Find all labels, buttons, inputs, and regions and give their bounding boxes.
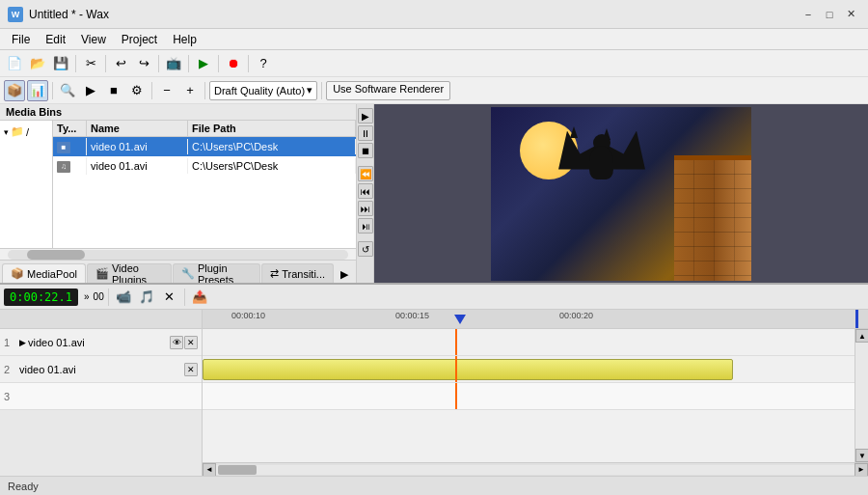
menu-help[interactable]: Help — [165, 31, 204, 48]
quality-dropdown[interactable]: Draft Quality (Auto) ▾ — [209, 81, 317, 100]
col-path-header: File Path — [188, 121, 356, 136]
to-start-button[interactable]: ⏯ — [358, 218, 373, 234]
bins-tree[interactable]: ▾ 📁 / — [0, 121, 53, 248]
vscroll-track[interactable] — [855, 343, 868, 449]
track-mute-btn-2[interactable]: ✕ — [184, 363, 198, 376]
tab-transitions[interactable]: ⇄ Transiti... — [261, 263, 334, 283]
status-text: Ready — [8, 481, 39, 492]
hscroll-track[interactable] — [216, 465, 854, 475]
t2-btn[interactable]: ▶ — [80, 80, 101, 101]
tab-video-plugins[interactable]: 🎬 Video Plugins — [87, 263, 172, 283]
folder-icon: 📁 — [11, 125, 24, 138]
tab-transitions-label: Transiti... — [282, 268, 325, 280]
next-frame-button[interactable]: ⏭ — [358, 201, 373, 216]
undo-button[interactable]: ↩ — [110, 53, 131, 74]
collapse-icon: ▾ — [4, 127, 9, 137]
vscroll-up-btn[interactable]: ▲ — [855, 329, 868, 343]
col-name-header: Name — [87, 121, 188, 136]
menu-file[interactable]: File — [4, 31, 38, 48]
media-pool-btn[interactable]: 📦 — [4, 80, 25, 101]
tab-mediapool[interactable]: 📦 MediaPool — [2, 263, 86, 283]
t1-btn[interactable]: 🔍 — [57, 80, 78, 101]
rewind-button[interactable]: ⏪ — [358, 166, 373, 181]
track-arrow-1: ▶ — [19, 338, 26, 347]
timeline-ruler-area: 00:00:10 00:00:15 00:00:20 — [203, 310, 868, 476]
ruler-label-10: 00:00:10 — [231, 311, 265, 320]
toolbar2: 📦 📊 🔍 ▶ ■ ⚙ − + Draft Quality (Auto) ▾ U… — [0, 77, 868, 104]
window-title: Untitled * - Wax — [29, 8, 799, 21]
bat-ear-left — [570, 126, 578, 138]
playhead-triangle-icon — [454, 315, 466, 324]
add-audio-track-btn[interactable]: 🎵 — [136, 287, 157, 308]
table-row[interactable]: ♫ video 01.avi C:\Users\PC\Desk — [53, 156, 356, 176]
software-renderer-btn[interactable]: Use Software Renderer — [326, 81, 450, 100]
timeline-btn[interactable]: 📊 — [27, 80, 48, 101]
bat-body — [589, 146, 613, 179]
viewer-button[interactable]: 📺 — [163, 53, 184, 74]
table-row[interactable]: ■ video 01.avi C:\Users\PC\Desk — [53, 137, 356, 156]
cut-button[interactable]: ✂ — [80, 53, 101, 74]
track-label-2: 2 video 01.avi ✕ — [0, 356, 202, 383]
app-icon: W — [8, 7, 23, 22]
t4-btn[interactable]: ⚙ — [126, 80, 148, 101]
track-name-1: video 01.avi — [28, 337, 170, 348]
help-button[interactable]: ? — [253, 53, 274, 74]
tab-plugin-presets[interactable]: 🔧 Plugin Presets — [173, 263, 260, 283]
tabs-more-button[interactable]: ▶ — [335, 266, 354, 283]
file-type-cell: ♫ — [53, 157, 87, 175]
menu-edit[interactable]: Edit — [38, 31, 73, 48]
timeline-export-btn[interactable]: 📤 — [189, 287, 210, 308]
timeline-track-3[interactable] — [203, 383, 868, 410]
vscroll-down-btn[interactable]: ▼ — [855, 449, 868, 462]
tree-root-label: / — [26, 126, 29, 138]
pause-button[interactable]: ⏸ — [358, 125, 373, 141]
loop-button[interactable]: ↺ — [358, 241, 373, 257]
record-button[interactable]: ⏺ — [223, 53, 244, 74]
track-mute-btn-1[interactable]: ✕ — [184, 336, 198, 349]
t3-btn[interactable]: ■ — [103, 80, 124, 101]
new-button[interactable]: 📄 — [4, 53, 25, 74]
separator — [75, 55, 76, 72]
minimize-button[interactable]: − — [799, 5, 818, 24]
tree-item-root[interactable]: ▾ 📁 / — [2, 124, 50, 139]
delete-track-btn[interactable]: ✕ — [159, 287, 180, 308]
playhead-track3 — [455, 383, 457, 409]
open-button[interactable]: 📂 — [27, 53, 48, 74]
status-bar: Ready — [0, 476, 868, 495]
hscroll-left-btn[interactable]: ◄ — [203, 463, 216, 477]
timeline-track-2[interactable] — [203, 356, 868, 383]
file-name-cell: video 01.avi — [87, 158, 188, 174]
close-button[interactable]: ✕ — [841, 5, 860, 24]
save-button[interactable]: 💾 — [50, 53, 71, 74]
play-button[interactable]: ▶ — [358, 108, 373, 124]
go-button[interactable]: ▶ — [193, 53, 214, 74]
separator — [188, 55, 189, 72]
bins-table: Ty... Name File Path ■ video 01.avi C:\U… — [53, 121, 356, 248]
separator — [158, 55, 159, 72]
playback-speed: 00 — [94, 291, 104, 302]
add-video-track-btn[interactable]: 📹 — [113, 287, 134, 308]
timeline-track-1[interactable] — [203, 329, 868, 356]
hscroll-thumb[interactable] — [218, 465, 257, 475]
stop-button[interactable]: ⏹ — [358, 143, 373, 158]
bins-scrollbar-thumb[interactable] — [27, 250, 85, 260]
redo-button[interactable]: ↪ — [133, 53, 154, 74]
hscroll-right-btn[interactable]: ► — [854, 463, 868, 477]
menu-project[interactable]: Project — [114, 31, 165, 48]
maximize-button[interactable]: □ — [820, 5, 839, 24]
quality-label: Draft Quality (Auto) — [214, 85, 305, 96]
zoom-in-btn[interactable]: + — [179, 80, 201, 101]
timeline-tracks: ▲ ▼ — [203, 329, 868, 462]
file-type-cell: ■ — [53, 138, 87, 155]
prev-frame-button[interactable]: ⏮ — [358, 183, 373, 199]
video-clip-2[interactable] — [203, 359, 733, 380]
track-monitor-btn-1[interactable]: 👁 — [170, 336, 183, 349]
playhead-track2 — [455, 356, 457, 382]
menu-view[interactable]: View — [73, 31, 114, 48]
tab-presets-icon: 🔧 — [181, 267, 195, 280]
tab-videoplugins-icon: 🎬 — [95, 267, 109, 280]
bins-h-scrollbar[interactable] — [8, 250, 348, 260]
zoom-out-btn[interactable]: − — [156, 80, 177, 101]
dropdown-arrow-icon: ▾ — [307, 84, 312, 96]
tab-mediapool-label: MediaPool — [27, 268, 77, 280]
